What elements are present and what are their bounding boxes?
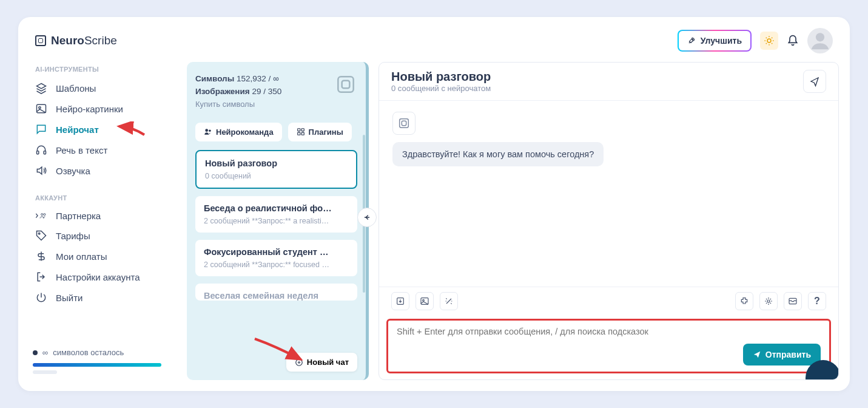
svg-rect-11 (342, 81, 350, 89)
svg-rect-15 (301, 129, 304, 131)
chevron-right-icon (35, 212, 47, 220)
bot-avatar (392, 112, 415, 135)
chat-title: Новый разговор (391, 70, 491, 84)
help-button[interactable]: ? (808, 292, 826, 310)
sidebar-item-affiliate[interactable]: Партнерка (18, 206, 176, 225)
chat-icon (35, 123, 47, 135)
sidebar-item-label: Речь в текст (56, 145, 107, 155)
sidebar-item-label: Тарифы (56, 231, 90, 241)
conversation-card[interactable]: Новый разговор 0 сообщений (195, 150, 357, 189)
sun-icon (764, 35, 775, 46)
upgrade-label: Улучшить (701, 36, 742, 46)
sidebar: AI-ИНСТРУМЕНТЫ Шаблоны Нейро-картинки Не… (18, 59, 176, 391)
sidebar-item-templates[interactable]: Шаблоны (18, 78, 176, 98)
theme-toggle[interactable] (760, 32, 778, 50)
conversations-panel: Символы 152,932 / ∞ Изображения 29 / 350… (187, 62, 369, 380)
chat-subtitle: 0 сообщений с нейрочатом (391, 84, 491, 93)
sidebar-item-label: Нейрочат (56, 124, 99, 135)
conversation-subtitle: 2 сообщений **Запрос:** focused … (204, 260, 349, 269)
image-icon (420, 296, 429, 306)
stats-block: Символы 152,932 / ∞ Изображения 29 / 350… (195, 73, 281, 110)
svg-rect-17 (301, 133, 304, 135)
brain-icon (334, 73, 357, 96)
svg-point-9 (38, 233, 39, 234)
conversation-title: Беседа о реалистичной фо… (204, 203, 349, 213)
svg-point-24 (767, 300, 770, 302)
sidebar-item-voiceover[interactable]: Озвучка (18, 160, 176, 181)
neuro-team-button[interactable]: Нейрокоманда (195, 123, 282, 141)
sidebar-item-speech-to-text[interactable]: Речь в текст (18, 140, 176, 160)
speaker-icon (35, 165, 47, 177)
bot-icon (397, 117, 411, 130)
buy-symbols-link[interactable]: Купить символы (195, 98, 281, 110)
svg-rect-16 (297, 133, 300, 135)
button-label: Нейрокоманда (216, 127, 274, 137)
magic-tool-button[interactable] (440, 292, 458, 310)
download-icon (395, 296, 405, 306)
question-icon: ? (814, 296, 820, 307)
headphones-icon (35, 144, 47, 156)
sidebar-item-plans[interactable]: Тарифы (18, 225, 176, 246)
sidebar-item-logout[interactable]: Выйти (18, 287, 176, 308)
tag-icon (35, 229, 47, 242)
notifications-button[interactable] (787, 35, 799, 47)
sidebar-item-payments[interactable]: Мои оплаты (18, 246, 176, 267)
conversation-card[interactable]: Фокусированный студент … 2 сообщений **З… (195, 240, 357, 276)
svg-point-13 (209, 130, 211, 132)
logo[interactable]: NeuroScribe (35, 34, 117, 47)
sidebar-bottom: ∞ символов осталось (18, 342, 176, 385)
svg-point-0 (692, 39, 693, 40)
rocket-icon (687, 36, 696, 45)
sidebar-item-neurochat[interactable]: Нейрочат (18, 119, 176, 140)
grid-icon (297, 127, 305, 136)
extension-button[interactable] (735, 292, 753, 310)
layers-icon (35, 82, 47, 94)
button-label: Отправить (765, 350, 811, 359)
dot-icon (33, 350, 38, 355)
sidebar-item-neuro-images[interactable]: Нейро-картинки (18, 98, 176, 119)
svg-rect-10 (338, 76, 353, 92)
svg-rect-25 (789, 298, 796, 304)
logout-icon (35, 271, 47, 283)
sidebar-item-label: Настройки аккаунта (56, 272, 140, 282)
header: NeuroScribe Улучшить (18, 17, 850, 59)
power-icon (35, 291, 47, 304)
dollar-icon (35, 250, 47, 262)
chat-body: Здравствуйте! Как я могу вам помочь сего… (379, 101, 838, 287)
svg-point-2 (816, 33, 824, 41)
sidebar-item-label: Шаблоны (56, 83, 96, 93)
attachment-button[interactable] (391, 292, 409, 310)
share-icon (809, 76, 820, 87)
conversation-card[interactable]: Веселая семейная неделя (195, 284, 357, 301)
sidebar-item-account-settings[interactable]: Настройки аккаунта (18, 267, 176, 287)
conversation-subtitle: 2 сообщений **Запрос:** a realisti… (204, 217, 349, 225)
svg-rect-19 (400, 119, 409, 128)
avatar[interactable] (807, 28, 833, 53)
archive-button[interactable] (784, 292, 802, 310)
settings-button[interactable] (759, 292, 778, 310)
chat-area: Новый разговор 0 сообщений с нейрочатом … (378, 62, 839, 380)
wand-icon (444, 296, 454, 306)
new-chat-button[interactable]: Новый чат (286, 353, 357, 372)
sidebar-item-label: Мои оплаты (56, 251, 107, 262)
collapse-panel-button[interactable] (357, 208, 377, 227)
inbox-icon (788, 296, 798, 306)
svg-rect-6 (44, 151, 45, 154)
svg-point-12 (205, 129, 208, 132)
plugins-button[interactable]: Плагины (288, 123, 352, 141)
upgrade-button[interactable]: Улучшить (678, 30, 752, 52)
send-button[interactable]: Отправить (743, 344, 821, 365)
gear-icon (764, 296, 773, 306)
share-button[interactable] (803, 70, 826, 93)
app-window: NeuroScribe Улучшить AI-ИНСТРУМЕНТЫ Ша (18, 17, 850, 391)
svg-point-23 (423, 299, 425, 301)
svg-point-8 (44, 214, 45, 216)
section-account: АККАУНТ (18, 191, 176, 206)
message-input-zone: Отправить (386, 319, 831, 373)
conversation-subtitle: 0 сообщений (205, 172, 348, 180)
progress-bar-2 (33, 370, 57, 374)
sidebar-item-label: Партнерка (56, 211, 101, 221)
conversation-card[interactable]: Беседа о реалистичной фо… 2 сообщений **… (195, 196, 357, 233)
image-tool-button[interactable] (415, 292, 434, 310)
conversation-title: Фокусированный студент … (204, 247, 349, 257)
